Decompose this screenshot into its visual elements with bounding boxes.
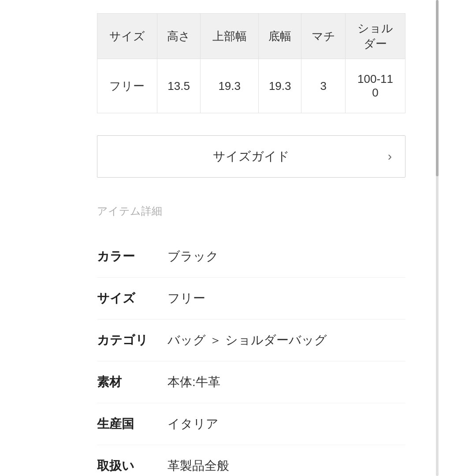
size-guide-label: サイズガイド	[213, 148, 290, 165]
scrollbar[interactable]	[436, 0, 439, 476]
detail-value: イタリア	[167, 416, 405, 432]
detail-label: 生産国	[97, 416, 167, 432]
detail-row: 生産国イタリア	[97, 403, 405, 445]
detail-label: サイズ	[97, 290, 167, 307]
detail-value: ブラック	[167, 248, 405, 265]
size-table: サイズ高さ上部幅底幅マチショルダー フリー13.519.319.33100-11…	[97, 13, 405, 113]
detail-label: カラー	[97, 248, 167, 265]
detail-row: 取扱い革製品全般	[97, 445, 405, 476]
page-container: サイズ高さ上部幅底幅マチショルダー フリー13.519.319.33100-11…	[0, 0, 476, 476]
detail-value: バッグ ＞ ショルダーバッグ	[167, 332, 405, 349]
table-cell: 19.3	[201, 59, 259, 113]
table-row: フリー13.519.319.33100-110	[97, 59, 405, 113]
table-header-cell: ショルダー	[346, 14, 405, 59]
table-header-cell: サイズ	[97, 14, 157, 59]
table-header-cell: 底幅	[259, 14, 301, 59]
detail-row: 素材本体:牛革	[97, 361, 405, 403]
detail-row: カラーブラック	[97, 236, 405, 278]
item-details-section: アイテム詳細 カラーブラックサイズフリーカテゴリバッグ ＞ ショルダーバッグ素材…	[97, 204, 405, 476]
detail-label: 素材	[97, 374, 167, 390]
table-header-cell: 高さ	[157, 14, 201, 59]
table-cell: 19.3	[259, 59, 301, 113]
detail-row: サイズフリー	[97, 278, 405, 320]
detail-value: 革製品全般	[167, 457, 405, 474]
section-title: アイテム詳細	[97, 204, 405, 218]
detail-value: 本体:牛革	[167, 374, 405, 390]
detail-label: 取扱い	[97, 457, 167, 474]
table-header-cell: 上部幅	[201, 14, 259, 59]
table-cell: 13.5	[157, 59, 201, 113]
chevron-right-icon: ›	[388, 149, 392, 164]
table-header-cell: マチ	[301, 14, 346, 59]
detail-row: カテゴリバッグ ＞ ショルダーバッグ	[97, 320, 405, 361]
table-cell: 100-110	[346, 59, 405, 113]
detail-label: カテゴリ	[97, 332, 167, 349]
content-area: サイズ高さ上部幅底幅マチショルダー フリー13.519.319.33100-11…	[97, 13, 405, 476]
table-cell: 3	[301, 59, 346, 113]
table-cell: フリー	[97, 59, 157, 113]
size-guide-button[interactable]: サイズガイド ›	[97, 135, 405, 178]
detail-value: フリー	[167, 290, 405, 307]
detail-rows-container: カラーブラックサイズフリーカテゴリバッグ ＞ ショルダーバッグ素材本体:牛革生産…	[97, 236, 405, 476]
scrollbar-thumb	[436, 0, 439, 176]
